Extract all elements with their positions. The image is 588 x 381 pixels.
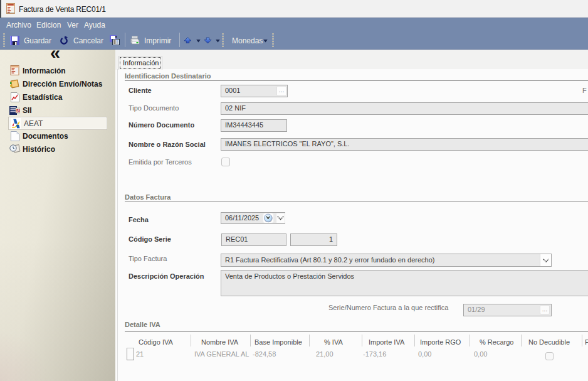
svg-text:SII: SII [16,109,20,113]
